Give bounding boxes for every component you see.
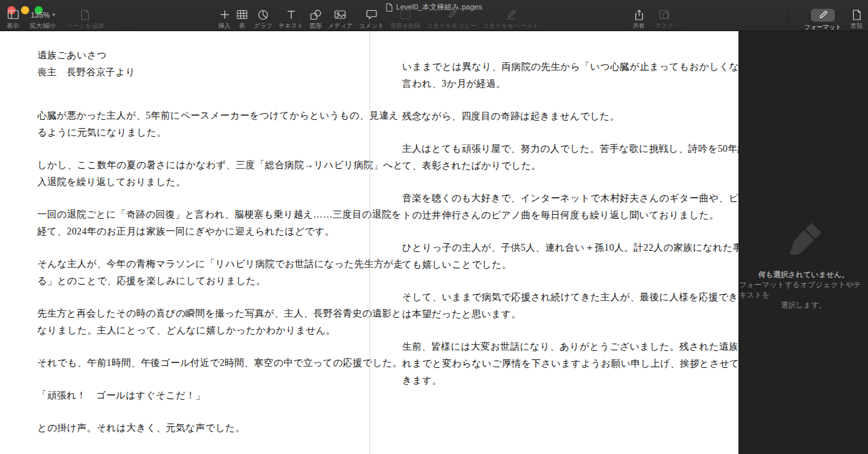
page-column-divider bbox=[370, 31, 370, 454]
text-line: 残念ながら、四度目の奇跡は起きませんでした。 bbox=[402, 108, 703, 125]
shape-button[interactable]: 図形 bbox=[309, 9, 321, 29]
comment-button[interactable]: コメント bbox=[359, 9, 384, 29]
copy-style-button[interactable]: スタイルをコピー bbox=[427, 9, 476, 29]
text-line: 音楽を聴くのも大好きで、インターネットで木村好夫さんのギター曲や、ピアニス bbox=[402, 190, 703, 207]
copy-style-icon bbox=[447, 9, 457, 20]
share-label: 共有 bbox=[633, 22, 645, 29]
mask-button[interactable]: マスク bbox=[655, 9, 674, 29]
text-line: そして、いままで病気で応援され続けてきた主人が、最後に人様を応援できたこと bbox=[402, 289, 703, 306]
text-line: 言われ、3か月が経過。 bbox=[402, 75, 703, 92]
table-button[interactable]: 表 bbox=[237, 9, 248, 29]
toolbar-divider bbox=[789, 4, 789, 27]
share-icon bbox=[634, 9, 644, 20]
mask-icon bbox=[659, 9, 670, 20]
text-button[interactable]: テキスト bbox=[279, 9, 304, 29]
format-label: フォーマット bbox=[804, 24, 842, 30]
paragraph[interactable]: しかし、ここ数年の夏の暑さにはかなわず、三度「総合病院→リハビリ病院」へと入退院… bbox=[37, 157, 336, 190]
text-line: トの辻井伸行さんのピアノ曲を毎日何度も繰り返し聞いておりました。 bbox=[402, 207, 703, 224]
paragraph[interactable]: そんな主人が、今年の青梅マラソンに「リハビリ病院でお世話になった先生方が走る」と… bbox=[37, 255, 336, 289]
text-line: しかし、ここ数年の夏の暑さにはかなわず、三度「総合病院→リハビリ病院」へと bbox=[37, 157, 336, 173]
text-line: との掛け声。それは大きく、元気な声でした。 bbox=[37, 419, 336, 436]
paragraph[interactable]: 心臓が悪かった主人が、5年前にペースメーカーをつけてからというもの、見違えるよう… bbox=[37, 107, 336, 141]
text-line: ひとりっ子の主人が、子供5人、連れ合い＋孫10人。計22人の家族になれた事がと bbox=[402, 239, 703, 256]
zoom-control[interactable]: 135% ▾ 拡大/縮小 bbox=[30, 9, 56, 29]
text-line: 経て、2024年のお正月は家族一同にぎやかに迎えられたほどです。 bbox=[37, 223, 336, 240]
text-line: は本望だったと思います。 bbox=[402, 306, 703, 323]
document-settings-button[interactable]: 書類 bbox=[850, 9, 863, 29]
insert-icon bbox=[220, 9, 230, 20]
paragraph[interactable]: そして、いままで病気で応援され続けてきた主人が、最後に人様を応援できたことは本望… bbox=[402, 289, 703, 323]
comment-icon bbox=[366, 9, 377, 20]
paste-style-button[interactable]: スタイルをペースト bbox=[483, 9, 539, 29]
text-line: 入退院を繰り返しておりました。 bbox=[37, 173, 336, 190]
page-text-column-left[interactable]: 遺族ごあいさつ喪主 長野谷京子より心臓が悪かった主人が、5年前にペースメーカーを… bbox=[37, 47, 336, 452]
text-line: 生前、皆様には大変お世話になり、ありがとうございました。残された遺族に、こ bbox=[402, 338, 703, 355]
document-settings-label: 書類 bbox=[850, 22, 863, 29]
text-line: 一回の退院ごとに「奇跡の回復」と言われ、脳梗塞も乗り越え……三度目の退院を bbox=[37, 206, 336, 223]
table-icon bbox=[237, 9, 248, 20]
panel-message-line3: 選択します。 bbox=[781, 300, 827, 310]
text-line: て、表彰されたばかりでした。 bbox=[402, 157, 703, 174]
text-line: る」とのことで、応援を楽しみにしておりました。 bbox=[37, 272, 336, 289]
add-page-icon bbox=[81, 9, 90, 20]
chevron-down-icon: ▾ bbox=[52, 12, 55, 18]
format-panel: 何も選択されていません。 フォーマットするオブジェクトやテキストを 選択します。 bbox=[738, 31, 868, 454]
insert-label: 挿入 bbox=[218, 22, 231, 29]
paragraph[interactable]: との掛け声。それは大きく、元気な声でした。 bbox=[37, 419, 336, 436]
text-line: いままでとは異なり、両病院の先生から「いつ心臓が止まってもおかしくない」と bbox=[402, 58, 703, 75]
text-line: れまでと変わらないご厚情を下さいますようお願い申し上げ、挨拶とさせていただ bbox=[402, 355, 703, 372]
table-label: 表 bbox=[239, 22, 245, 29]
text-line: 心臓が悪かった主人が、5年前にペースメーカーをつけてからというもの、見違え bbox=[37, 107, 336, 124]
media-icon bbox=[334, 9, 346, 20]
media-button[interactable]: メディア bbox=[328, 9, 353, 29]
toolbar: Level0_本文棒組み.pages 表示 135% ▾ 拡大/縮小 bbox=[0, 0, 868, 31]
text-line: 主人はとても頑張り屋で、努力の人でした。苦手な歌に挑戦し、詩吟を50年続け bbox=[402, 140, 703, 157]
paragraph[interactable]: 生前、皆様には大変お世話になり、ありがとうございました。残された遺族に、これまで… bbox=[402, 338, 703, 389]
pages-app-window: Level0_本文棒組み.pages 表示 135% ▾ 拡大/縮小 bbox=[0, 0, 868, 454]
text-line: そんな主人が、今年の青梅マラソンに「リハビリ病院でお世話になった先生方が走 bbox=[37, 255, 336, 272]
paste-style-label: スタイルをペースト bbox=[483, 22, 539, 29]
text-line: 「頑張れ！ ゴールはすぐそこだ！」 bbox=[37, 387, 336, 404]
chart-icon bbox=[258, 9, 269, 20]
view-label: 表示 bbox=[7, 22, 19, 29]
paragraph[interactable]: 残念ながら、四度目の奇跡は起きませんでした。 bbox=[402, 108, 703, 125]
format-button[interactable]: フォーマット bbox=[804, 9, 842, 30]
text-line: 遺族ごあいさつ bbox=[37, 47, 336, 64]
insert-button[interactable]: 挿入 bbox=[218, 9, 231, 29]
text-line: 先生方と再会したその時の喜びの瞬間を撮った写真が、主人、長野谷青史の遺影と bbox=[37, 305, 336, 322]
text-icon bbox=[286, 9, 296, 20]
panel-message-line1: 何も選択されていません。 bbox=[758, 270, 849, 280]
text-line: なりました。主人にとって、どんなに嬉しかったかわかりません。 bbox=[37, 322, 336, 339]
paste-style-icon bbox=[506, 9, 516, 20]
paragraph[interactable]: 「頑張れ！ ゴールはすぐそこだ！」 bbox=[37, 387, 336, 404]
remove-background-icon bbox=[400, 9, 411, 20]
text-line: きます。 bbox=[402, 372, 703, 389]
remove-background-button[interactable]: 背景を削除 bbox=[390, 9, 420, 29]
paragraph[interactable]: 音楽を聴くのも大好きで、インターネットで木村好夫さんのギター曲や、ピアニストの辻… bbox=[402, 190, 703, 224]
page-text-column-right[interactable]: いままでとは異なり、両病院の先生から「いつ心臓が止まってもおかしくない」と言われ… bbox=[402, 58, 703, 405]
remove-background-label: 背景を削除 bbox=[390, 22, 420, 29]
add-page-button[interactable]: ページを追加 bbox=[67, 9, 104, 29]
view-button[interactable]: 表示 bbox=[7, 9, 19, 29]
mask-label: マスク bbox=[655, 22, 674, 29]
share-button[interactable]: 共有 bbox=[633, 9, 645, 29]
paragraph[interactable]: ひとりっ子の主人が、子供5人、連れ合い＋孫10人。計22人の家族になれた事がとて… bbox=[402, 239, 703, 273]
sidebar-view-icon bbox=[7, 9, 19, 20]
panel-message-line2: フォーマットするオブジェクトやテキストを bbox=[739, 280, 868, 300]
paragraph[interactable]: それでも、午前1時間、午後ゴール付近で2時間、寒空の中で立っての応援でした。 bbox=[37, 354, 336, 371]
text-line: 喪主 長野谷京子より bbox=[37, 64, 336, 81]
shape-label: 図形 bbox=[309, 22, 321, 29]
paragraph[interactable]: 遺族ごあいさつ喪主 長野谷京子より bbox=[37, 47, 336, 81]
main-content: 遺族ごあいさつ喪主 長野谷京子より心臓が悪かった主人が、5年前にペースメーカーを… bbox=[0, 31, 868, 454]
document-canvas[interactable]: 遺族ごあいさつ喪主 長野谷京子より心臓が悪かった主人が、5年前にペースメーカーを… bbox=[0, 31, 738, 454]
copy-style-label: スタイルをコピー bbox=[427, 22, 476, 29]
text-line: ても嬉しいことでした。 bbox=[402, 256, 703, 273]
zoom-value: 135% bbox=[31, 11, 50, 19]
paragraph[interactable]: 主人はとても頑張り屋で、努力の人でした。苦手な歌に挑戦し、詩吟を50年続けて、表… bbox=[402, 140, 703, 174]
format-brush-icon bbox=[811, 9, 835, 22]
chart-button[interactable]: グラフ bbox=[254, 9, 273, 29]
paragraph[interactable]: 先生方と再会したその時の喜びの瞬間を撮った写真が、主人、長野谷青史の遺影となりま… bbox=[37, 305, 336, 339]
paragraph[interactable]: 一回の退院ごとに「奇跡の回復」と言われ、脳梗塞も乗り越え……三度目の退院を経て、… bbox=[37, 206, 336, 240]
shapes-icon bbox=[310, 9, 321, 20]
paragraph[interactable]: いままでとは異なり、両病院の先生から「いつ心臓が止まってもおかしくない」と言われ… bbox=[402, 58, 703, 92]
